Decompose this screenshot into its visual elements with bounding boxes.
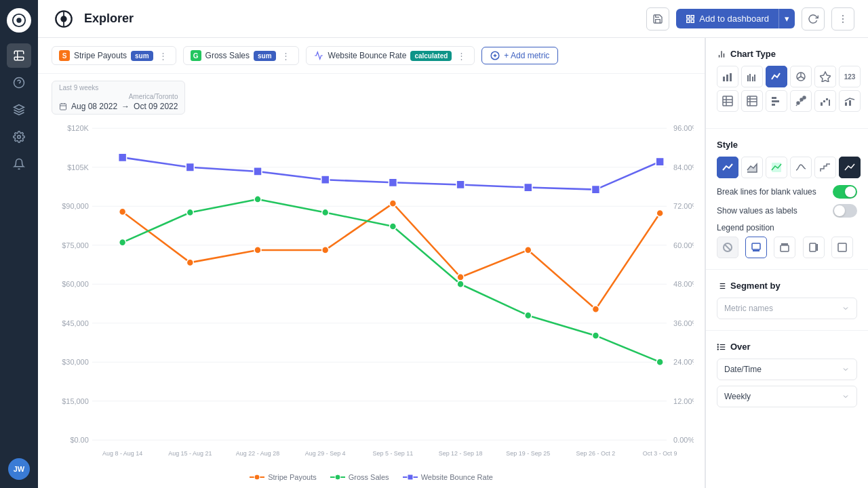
legend-stripe: Stripe Payouts [250, 473, 317, 481]
sidebar-bottom: JW [8, 458, 30, 480]
svg-rect-90 [408, 474, 413, 480]
svg-text:Oct 3 - Oct 9: Oct 3 - Oct 9 [643, 450, 677, 457]
show-values-toggle[interactable] [833, 204, 857, 218]
svg-rect-123 [826, 98, 828, 100]
legend-pos-none[interactable] [717, 237, 738, 258]
user-avatar[interactable]: JW [8, 458, 30, 480]
svg-point-70 [322, 209, 329, 216]
bounce-more[interactable]: ⋮ [456, 51, 467, 61]
break-lines-row: Break lines for blank values [717, 185, 857, 199]
legend-pos-hide[interactable] [831, 237, 853, 258]
svg-point-64 [525, 247, 532, 253]
gross-icon: G [191, 50, 201, 61]
style-area-filled[interactable] [766, 157, 787, 178]
gross-more[interactable]: ⋮ [280, 51, 292, 61]
chart-type-bar[interactable] [717, 66, 738, 87]
date-range-badge[interactable]: Last 9 weeks America/Toronto Aug 08 2022… [52, 81, 185, 115]
add-dashboard-main[interactable]: Add to dashboard [676, 9, 778, 28]
style-line[interactable] [717, 157, 738, 178]
svg-text:48.00%: 48.00% [673, 280, 694, 288]
stripe-icon: S [59, 50, 70, 61]
svg-rect-83 [591, 185, 599, 193]
svg-text:$15,000: $15,000 [62, 397, 89, 405]
chart-type-grid: 123 [717, 66, 857, 112]
refresh-button[interactable] [802, 7, 825, 30]
svg-marker-105 [820, 72, 831, 82]
chart-type-scatter[interactable] [790, 90, 812, 112]
style-section: Style [717, 140, 857, 258]
svg-rect-18 [60, 104, 66, 110]
sidebar-item-settings[interactable] [7, 125, 31, 149]
svg-point-73 [525, 312, 532, 319]
sidebar-item-explore[interactable] [7, 43, 31, 68]
svg-point-62 [389, 200, 396, 207]
svg-text:Sep 26 - Oct 2: Sep 26 - Oct 2 [576, 450, 616, 457]
svg-point-88 [335, 474, 340, 480]
break-lines-toggle[interactable] [833, 185, 857, 199]
svg-point-13 [842, 18, 844, 20]
svg-point-148 [717, 348, 718, 349]
style-smooth[interactable] [790, 157, 812, 178]
svg-rect-81 [456, 180, 465, 188]
legend-pos-bottom[interactable] [745, 237, 767, 258]
sidebar-item-notifications[interactable] [7, 152, 31, 176]
chart-type-number[interactable]: 123 [839, 66, 861, 87]
segment-by-dropdown[interactable]: Metric names [717, 298, 857, 319]
right-panel: Chart Type [705, 38, 868, 488]
legend-position-label: Legend position [717, 223, 857, 232]
chart-type-grouped-bar[interactable] [741, 66, 763, 87]
show-values-row: Show values as labels [717, 204, 857, 218]
style-area[interactable] [741, 157, 763, 178]
sidebar-nav [7, 43, 31, 453]
chart-type-combo[interactable] [839, 90, 861, 112]
save-button[interactable] [646, 7, 669, 30]
chart-container: Last 9 weeks America/Toronto Aug 08 2022… [38, 74, 705, 469]
metric-chip-stripe[interactable]: S Stripe Payouts sum ⋮ [52, 46, 176, 65]
svg-text:$120K: $120K [67, 124, 89, 132]
svg-rect-130 [752, 243, 760, 249]
chart-type-radar[interactable] [814, 66, 836, 87]
svg-rect-116 [772, 104, 775, 106]
svg-rect-121 [821, 102, 823, 106]
style-step[interactable] [814, 157, 836, 178]
metric-chip-gross[interactable]: G Gross Sales sum ⋮ [183, 46, 299, 65]
svg-text:$45,000: $45,000 [62, 319, 89, 327]
legend-pos-right[interactable] [803, 237, 825, 258]
more-options-button[interactable] [831, 7, 854, 30]
stripe-badge: sum [131, 51, 153, 61]
over-datetime-dropdown[interactable]: Date/Time [717, 359, 857, 380]
sidebar-item-analytics[interactable] [7, 98, 31, 122]
svg-rect-84 [656, 157, 664, 165]
bounce-badge: calculated [410, 51, 452, 61]
svg-rect-134 [810, 243, 816, 251]
stripe-more[interactable]: ⋮ [157, 51, 169, 61]
chart-type-table[interactable] [717, 90, 738, 112]
style-dark[interactable] [839, 157, 861, 178]
svg-rect-124 [829, 100, 830, 106]
svg-text:96.00%: 96.00% [673, 124, 694, 132]
svg-text:84.00%: 84.00% [673, 163, 694, 171]
legend-pos-top[interactable] [774, 237, 795, 258]
svg-text:Aug 29 - Sep 4: Aug 29 - Sep 4 [305, 450, 346, 457]
svg-rect-77 [186, 163, 194, 171]
metric-chip-bounce[interactable]: Website Bounce Rate calculated ⋮ [306, 46, 475, 65]
svg-text:Sep 12 - Sep 18: Sep 12 - Sep 18 [439, 450, 483, 457]
svg-point-14 [842, 21, 844, 22]
add-dashboard-dropdown[interactable]: ▾ [778, 9, 795, 28]
chart-area: S Stripe Payouts sum ⋮ G Gross Sales sum… [38, 38, 705, 488]
chart-type-pivot[interactable] [741, 90, 763, 112]
divider-2 [706, 269, 868, 270]
sidebar-item-help[interactable] [7, 70, 31, 95]
add-metric-button[interactable]: + Add metric [481, 47, 558, 64]
break-lines-label: Break lines for blank values [717, 187, 816, 197]
over-frequency-dropdown[interactable]: Weekly [717, 386, 857, 407]
svg-text:Aug 8 - Aug 14: Aug 8 - Aug 14 [102, 450, 142, 457]
chart-type-line[interactable] [766, 66, 787, 87]
svg-text:$105K: $105K [67, 163, 89, 171]
chart-type-pie[interactable] [790, 66, 812, 87]
segment-by-section: Segment by Metric names [717, 281, 857, 319]
add-to-dashboard-button[interactable]: Add to dashboard ▾ [676, 9, 795, 28]
chart-type-hbar[interactable] [766, 90, 787, 112]
svg-text:Sep 5 - Sep 11: Sep 5 - Sep 11 [373, 450, 414, 457]
chart-type-waterfall[interactable] [814, 90, 836, 112]
